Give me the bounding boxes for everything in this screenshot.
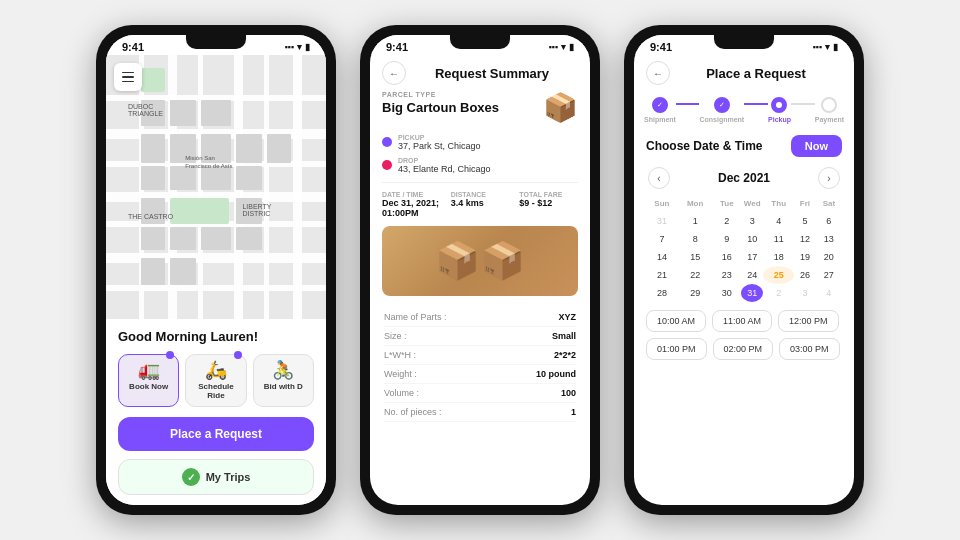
hamburger-icon (122, 72, 134, 83)
pickup-addr: 37, Park St, Chicago (398, 141, 481, 151)
my-trips-label: My Trips (206, 471, 251, 483)
menu-button[interactable] (114, 63, 142, 91)
cal-day[interactable]: 23 (712, 266, 741, 284)
now-button[interactable]: Now (791, 135, 842, 157)
bike-icon: 🚴 (272, 361, 294, 379)
cal-day[interactable]: 17 (741, 248, 763, 266)
cal-day[interactable]: 28 (646, 284, 678, 302)
step-circle-3 (821, 97, 837, 113)
map-label-liberty: LIBERTYDISTRIC (242, 203, 271, 217)
parcel-image: 📦📦 (382, 226, 578, 296)
steps-bar: ✓Shipment✓ConsignmentPickupPayment (634, 91, 854, 129)
cal-day[interactable]: 27 (816, 266, 842, 284)
phone3-content: Choose Date & Time Now ‹ Dec 2021 › SunM… (634, 129, 854, 505)
cal-day[interactable]: 21 (646, 266, 678, 284)
time-slot[interactable]: 12:00 PM (778, 310, 839, 332)
step-circle-0: ✓ (652, 97, 668, 113)
step-consignment[interactable]: ✓Consignment (699, 97, 744, 123)
cal-day[interactable]: 2 (712, 212, 741, 230)
bid-label: Bid with D (264, 382, 303, 391)
place-request-button[interactable]: Place a Request (118, 417, 314, 451)
phone1-bottom: Good Morning Lauren! 🚛 Book Now 🛵 Schedu… (106, 319, 326, 505)
step-circle-1: ✓ (714, 97, 730, 113)
battery-icon-2: ▮ (569, 42, 574, 52)
detail-key: Weight : (384, 369, 417, 379)
schedule-label: Schedule Ride (190, 382, 241, 400)
cal-day[interactable]: 14 (646, 248, 678, 266)
distance-cell: DISTANCE 3.4 kms (451, 191, 510, 218)
step-label-3: Payment (815, 116, 844, 123)
cal-day[interactable]: 31 (741, 284, 763, 302)
cal-day[interactable]: 9 (712, 230, 741, 248)
cal-prev-btn[interactable]: ‹ (648, 167, 670, 189)
step-label-0: Shipment (644, 116, 676, 123)
step-label-1: Consignment (699, 116, 744, 123)
step-line-2 (744, 103, 768, 105)
time-slot[interactable]: 03:00 PM (779, 338, 840, 360)
back-button-3[interactable]: ← (646, 61, 670, 85)
cal-day[interactable]: 19 (794, 248, 816, 266)
cal-day[interactable]: 18 (763, 248, 794, 266)
cal-day[interactable]: 2 (763, 284, 794, 302)
cal-day[interactable]: 4 (763, 212, 794, 230)
choose-label: Choose Date & Time (646, 139, 762, 153)
table-row: Weight :10 pound (384, 365, 576, 384)
cal-day[interactable]: 5 (794, 212, 816, 230)
step-shipment[interactable]: ✓Shipment (644, 97, 676, 123)
time-slot[interactable]: 11:00 AM (712, 310, 772, 332)
calendar-nav: ‹ Dec 2021 › (646, 167, 842, 189)
cal-day[interactable]: 8 (678, 230, 713, 248)
cal-day[interactable]: 1 (678, 212, 713, 230)
book-badge (166, 351, 174, 359)
cal-day[interactable]: 13 (816, 230, 842, 248)
date-time-row: Choose Date & Time Now (646, 135, 842, 157)
cal-day[interactable]: 24 (741, 266, 763, 284)
book-now-card[interactable]: 🚛 Book Now (118, 354, 179, 407)
phone-2: 9:41 ▪▪▪ ▾ ▮ ← Request Summary PARCEL TY… (360, 25, 600, 515)
phone3-header: ← Place a Request (634, 55, 854, 91)
time-slot[interactable]: 10:00 AM (646, 310, 706, 332)
cal-day[interactable]: 12 (794, 230, 816, 248)
step-circle-2 (771, 97, 787, 113)
back-button-2[interactable]: ← (382, 61, 406, 85)
cal-day[interactable]: 26 (794, 266, 816, 284)
map-bg: DUBOCTRIANGLE THE CASTRO LIBERTYDISTRIC … (106, 55, 326, 319)
cal-day[interactable]: 20 (816, 248, 842, 266)
time-2: 9:41 (386, 41, 408, 53)
cal-day[interactable]: 10 (741, 230, 763, 248)
time-slot[interactable]: 01:00 PM (646, 338, 707, 360)
cal-day[interactable]: 7 (646, 230, 678, 248)
status-icons-3: ▪▪▪ ▾ ▮ (812, 42, 838, 52)
fare-label: TOTAL FARE (519, 191, 578, 198)
step-pickup[interactable]: Pickup (768, 97, 792, 123)
cal-next-btn[interactable]: › (818, 167, 840, 189)
drop-dot (382, 160, 392, 170)
cal-day[interactable]: 6 (816, 212, 842, 230)
moped-icon: 🛵 (205, 361, 227, 379)
schedule-ride-card[interactable]: 🛵 Schedule Ride (185, 354, 246, 407)
greeting-text: Good Morning Lauren! (118, 329, 314, 344)
parcel-header: PARCEL TYPE Big Cartoun Boxes 📦 (382, 91, 578, 124)
box-image-icon: 📦📦 (435, 240, 525, 282)
time-slot[interactable]: 02:00 PM (713, 338, 774, 360)
cal-day[interactable]: 31 (646, 212, 678, 230)
cal-day[interactable]: 30 (712, 284, 741, 302)
cal-day[interactable]: 22 (678, 266, 713, 284)
bid-card[interactable]: 🚴 Bid with D (253, 354, 314, 407)
wifi-icon-3: ▾ (825, 42, 830, 52)
check-circle-icon: ✓ (182, 468, 200, 486)
pickup-info: PICKUP 37, Park St, Chicago (398, 134, 481, 151)
cal-day[interactable]: 16 (712, 248, 741, 266)
cal-day[interactable]: 25 (763, 266, 794, 284)
cal-day[interactable]: 4 (816, 284, 842, 302)
cal-day[interactable]: 15 (678, 248, 713, 266)
detail-key: Name of Parts : (384, 312, 447, 322)
cal-day[interactable]: 11 (763, 230, 794, 248)
battery-icon-3: ▮ (833, 42, 838, 52)
my-trips-button[interactable]: ✓ My Trips (118, 459, 314, 495)
cal-day[interactable]: 3 (741, 212, 763, 230)
table-row: L*W*H :2*2*2 (384, 346, 576, 365)
cal-month: Dec 2021 (718, 171, 770, 185)
cal-day[interactable]: 29 (678, 284, 713, 302)
cal-day[interactable]: 3 (794, 284, 816, 302)
